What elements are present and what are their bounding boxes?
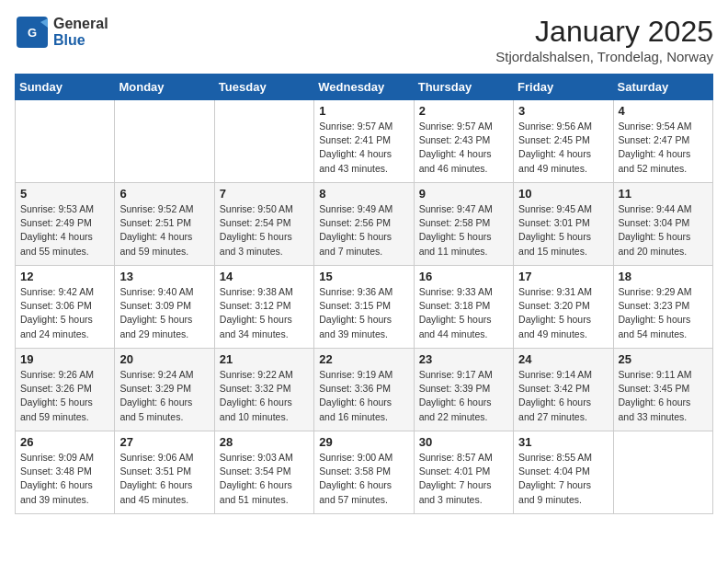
day-info: Sunrise: 9:09 AM Sunset: 3:48 PM Dayligh… xyxy=(20,451,109,507)
calendar-cell xyxy=(115,100,214,183)
weekday-header: Saturday xyxy=(613,75,712,100)
calendar-cell: 25Sunrise: 9:11 AM Sunset: 3:45 PM Dayli… xyxy=(613,349,712,431)
weekday-header: Friday xyxy=(514,75,613,100)
day-info: Sunrise: 9:44 AM Sunset: 3:04 PM Dayligh… xyxy=(619,202,708,259)
day-number: 11 xyxy=(619,187,708,201)
calendar-cell: 12Sunrise: 9:42 AM Sunset: 3:06 PM Dayli… xyxy=(16,266,115,349)
day-info: Sunrise: 9:50 AM Sunset: 2:54 PM Dayligh… xyxy=(220,202,309,259)
calendar-cell: 7Sunrise: 9:50 AM Sunset: 2:54 PM Daylig… xyxy=(214,183,313,266)
day-number: 23 xyxy=(419,352,508,366)
day-number: 12 xyxy=(20,270,109,283)
weekday-header: Monday xyxy=(115,75,214,100)
title-block: January 2025 Stjordalshalsen, Trondelag,… xyxy=(495,15,713,64)
calendar-cell: 23Sunrise: 9:17 AM Sunset: 3:39 PM Dayli… xyxy=(414,349,513,431)
day-number: 1 xyxy=(319,104,408,118)
calendar-week-row: 19Sunrise: 9:26 AM Sunset: 3:26 PM Dayli… xyxy=(16,349,713,431)
calendar-cell xyxy=(16,100,115,183)
calendar-cell: 17Sunrise: 9:31 AM Sunset: 3:20 PM Dayli… xyxy=(514,266,613,349)
calendar-cell: 31Sunrise: 8:55 AM Sunset: 4:04 PM Dayli… xyxy=(514,431,613,514)
day-number: 27 xyxy=(119,435,209,449)
calendar-week-row: 5Sunrise: 9:53 AM Sunset: 2:49 PM Daylig… xyxy=(16,183,713,266)
calendar-cell: 24Sunrise: 9:14 AM Sunset: 3:42 PM Dayli… xyxy=(514,349,613,431)
day-number: 25 xyxy=(619,352,708,366)
logo-icon: G xyxy=(15,15,50,50)
logo: G General Blue xyxy=(15,15,108,50)
calendar-header-row: SundayMondayTuesdayWednesdayThursdayFrid… xyxy=(16,75,713,100)
calendar-cell: 19Sunrise: 9:26 AM Sunset: 3:26 PM Dayli… xyxy=(16,349,115,431)
day-info: Sunrise: 9:03 AM Sunset: 3:54 PM Dayligh… xyxy=(220,451,309,507)
day-info: Sunrise: 9:54 AM Sunset: 2:47 PM Dayligh… xyxy=(619,120,708,176)
calendar-cell: 8Sunrise: 9:49 AM Sunset: 2:56 PM Daylig… xyxy=(314,183,414,266)
day-info: Sunrise: 9:29 AM Sunset: 3:23 PM Dayligh… xyxy=(619,285,708,341)
day-info: Sunrise: 9:56 AM Sunset: 2:45 PM Dayligh… xyxy=(518,120,608,176)
calendar-cell: 27Sunrise: 9:06 AM Sunset: 3:51 PM Dayli… xyxy=(115,431,214,514)
day-number: 31 xyxy=(518,435,608,449)
calendar-cell: 10Sunrise: 9:45 AM Sunset: 3:01 PM Dayli… xyxy=(514,183,613,266)
calendar-week-row: 26Sunrise: 9:09 AM Sunset: 3:48 PM Dayli… xyxy=(16,431,713,514)
day-number: 20 xyxy=(119,352,209,366)
calendar-cell: 28Sunrise: 9:03 AM Sunset: 3:54 PM Dayli… xyxy=(214,431,313,514)
day-info: Sunrise: 9:26 AM Sunset: 3:26 PM Dayligh… xyxy=(20,368,109,424)
page-header: G General Blue January 2025 Stjordalshal… xyxy=(15,15,713,64)
calendar-cell: 11Sunrise: 9:44 AM Sunset: 3:04 PM Dayli… xyxy=(613,183,712,266)
calendar-cell: 14Sunrise: 9:38 AM Sunset: 3:12 PM Dayli… xyxy=(214,266,313,349)
day-number: 15 xyxy=(319,270,408,283)
day-info: Sunrise: 9:45 AM Sunset: 3:01 PM Dayligh… xyxy=(518,202,608,259)
day-info: Sunrise: 9:17 AM Sunset: 3:39 PM Dayligh… xyxy=(419,368,508,424)
day-info: Sunrise: 9:22 AM Sunset: 3:32 PM Dayligh… xyxy=(220,368,309,424)
calendar-cell: 26Sunrise: 9:09 AM Sunset: 3:48 PM Dayli… xyxy=(16,431,115,514)
day-number: 30 xyxy=(419,435,508,449)
day-number: 18 xyxy=(619,270,708,283)
day-number: 2 xyxy=(419,104,508,118)
day-number: 4 xyxy=(619,104,708,118)
calendar-cell: 4Sunrise: 9:54 AM Sunset: 2:47 PM Daylig… xyxy=(613,100,712,183)
day-info: Sunrise: 9:47 AM Sunset: 2:58 PM Dayligh… xyxy=(419,202,508,259)
logo-general: General xyxy=(53,16,108,32)
day-info: Sunrise: 9:06 AM Sunset: 3:51 PM Dayligh… xyxy=(119,451,209,507)
weekday-header: Thursday xyxy=(414,75,513,100)
day-info: Sunrise: 9:36 AM Sunset: 3:15 PM Dayligh… xyxy=(319,285,408,341)
day-info: Sunrise: 9:53 AM Sunset: 2:49 PM Dayligh… xyxy=(20,202,109,259)
day-info: Sunrise: 9:14 AM Sunset: 3:42 PM Dayligh… xyxy=(518,368,608,424)
calendar-cell: 30Sunrise: 8:57 AM Sunset: 4:01 PM Dayli… xyxy=(414,431,513,514)
day-number: 28 xyxy=(220,435,309,449)
day-info: Sunrise: 9:40 AM Sunset: 3:09 PM Dayligh… xyxy=(119,285,209,341)
day-info: Sunrise: 9:24 AM Sunset: 3:29 PM Dayligh… xyxy=(119,368,209,424)
location-title: Stjordalshalsen, Trondelag, Norway xyxy=(495,49,713,64)
calendar-cell: 13Sunrise: 9:40 AM Sunset: 3:09 PM Dayli… xyxy=(115,266,214,349)
day-number: 6 xyxy=(119,187,209,201)
day-number: 13 xyxy=(119,270,209,283)
day-info: Sunrise: 9:00 AM Sunset: 3:58 PM Dayligh… xyxy=(319,451,408,507)
calendar-cell: 6Sunrise: 9:52 AM Sunset: 2:51 PM Daylig… xyxy=(115,183,214,266)
calendar-cell: 3Sunrise: 9:56 AM Sunset: 2:45 PM Daylig… xyxy=(514,100,613,183)
day-number: 24 xyxy=(518,352,608,366)
weekday-header: Sunday xyxy=(16,75,115,100)
svg-text:G: G xyxy=(28,26,37,40)
day-number: 22 xyxy=(319,352,408,366)
day-info: Sunrise: 9:33 AM Sunset: 3:18 PM Dayligh… xyxy=(419,285,508,341)
calendar-cell xyxy=(214,100,313,183)
calendar-cell: 29Sunrise: 9:00 AM Sunset: 3:58 PM Dayli… xyxy=(314,431,414,514)
day-info: Sunrise: 9:42 AM Sunset: 3:06 PM Dayligh… xyxy=(20,285,109,341)
calendar-cell: 2Sunrise: 9:57 AM Sunset: 2:43 PM Daylig… xyxy=(414,100,513,183)
day-info: Sunrise: 9:52 AM Sunset: 2:51 PM Dayligh… xyxy=(119,202,209,259)
day-info: Sunrise: 9:31 AM Sunset: 3:20 PM Dayligh… xyxy=(518,285,608,341)
day-info: Sunrise: 9:57 AM Sunset: 2:43 PM Dayligh… xyxy=(419,120,508,176)
calendar-cell: 15Sunrise: 9:36 AM Sunset: 3:15 PM Dayli… xyxy=(314,266,414,349)
day-number: 5 xyxy=(20,187,109,201)
calendar-cell: 20Sunrise: 9:24 AM Sunset: 3:29 PM Dayli… xyxy=(115,349,214,431)
day-info: Sunrise: 8:55 AM Sunset: 4:04 PM Dayligh… xyxy=(518,451,608,507)
calendar-cell: 16Sunrise: 9:33 AM Sunset: 3:18 PM Dayli… xyxy=(414,266,513,349)
day-number: 21 xyxy=(220,352,309,366)
day-info: Sunrise: 9:57 AM Sunset: 2:41 PM Dayligh… xyxy=(319,120,408,176)
day-number: 19 xyxy=(20,352,109,366)
calendar-cell: 22Sunrise: 9:19 AM Sunset: 3:36 PM Dayli… xyxy=(314,349,414,431)
day-number: 16 xyxy=(419,270,508,283)
day-number: 14 xyxy=(220,270,309,283)
calendar-table: SundayMondayTuesdayWednesdayThursdayFrid… xyxy=(15,74,713,514)
day-info: Sunrise: 8:57 AM Sunset: 4:01 PM Dayligh… xyxy=(419,451,508,507)
calendar-week-row: 12Sunrise: 9:42 AM Sunset: 3:06 PM Dayli… xyxy=(16,266,713,349)
day-number: 9 xyxy=(419,187,508,201)
day-info: Sunrise: 9:19 AM Sunset: 3:36 PM Dayligh… xyxy=(319,368,408,424)
month-title: January 2025 xyxy=(495,15,713,49)
